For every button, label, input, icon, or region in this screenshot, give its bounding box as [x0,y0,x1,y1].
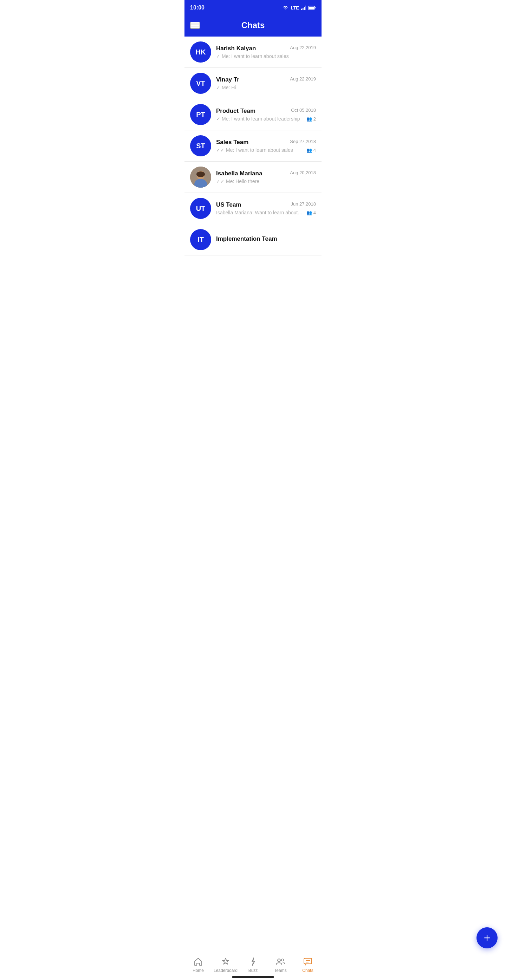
preview-text: Isabella Mariana: Want to learn about co… [216,210,304,215]
svg-rect-6 [309,7,314,9]
check-icon: ✓ [216,85,220,90]
group-count: 4 [313,148,316,153]
chat-top-row: Sales Team Sep 27,2018 [216,139,316,146]
chat-name: US Team [216,201,242,208]
chat-top-row: Product Team Oct 05,2018 [216,108,316,115]
avatar-us-team: UT [190,198,211,219]
preview-text: Me: I want to learn about sales [226,147,293,153]
svg-point-11 [196,172,205,177]
check-icon: ✓ [216,116,220,122]
chat-content-vinay-tr: Vinay Tr Aug 22,2019 ✓ Me: Hi [216,76,316,90]
avatar-implementation-team: IT [190,229,211,250]
chat-top-row: Implementation Team [216,235,316,242]
chat-item-us-team[interactable]: UT US Team Jun 27,2018 Isabella Mariana:… [185,193,321,224]
chat-preview: Isabella Mariana: Want to learn about co… [216,210,304,215]
chat-bottom-row: ✓ Me: Hi [216,85,316,90]
svg-rect-2 [304,7,305,10]
chat-name: Sales Team [216,139,248,146]
group-icon: 👥 [306,148,312,153]
avatar-vinay-tr: VT [190,73,211,94]
chat-top-row: Harish Kalyan Aug 22,2019 [216,45,316,52]
preview-text: Me: I want to learn about sales [222,53,289,59]
status-icons: LTE [282,5,316,11]
preview-text: Me: Hi [222,85,236,90]
chat-name: Product Team [216,108,255,115]
chat-preview: ✓✓ Me: I want to learn about sales [216,147,304,153]
chat-bottom-row: ✓✓ Me: I want to learn about sales 👥 4 [216,147,316,153]
chat-bottom-row: Isabella Mariana: Want to learn about co… [216,210,316,215]
group-count: 4 [313,210,316,215]
chat-bottom-row: ✓ Me: I want to learn about sales [216,53,316,59]
battery-icon [308,5,316,10]
hamburger-line-1 [191,22,199,23]
hamburger-line-2 [191,25,199,25]
chat-name: Implementation Team [216,235,277,242]
chat-preview: ✓ Me: I want to learn about sales [216,53,316,59]
signal-icon [301,5,306,10]
chat-date: Aug 22,2019 [290,76,316,81]
avatar-photo-isabella [190,167,211,188]
group-icon: 👥 [306,210,312,215]
chat-content-isabella-mariana: Isabella Mariana Aug 20,2018 ✓✓ Me: Hell… [216,170,316,184]
lte-indicator: LTE [291,5,299,11]
chat-top-row: Isabella Mariana Aug 20,2018 [216,170,316,177]
chat-item-vinay-tr[interactable]: VT Vinay Tr Aug 22,2019 ✓ Me: Hi [185,68,321,99]
chat-top-row: Vinay Tr Aug 22,2019 [216,76,316,83]
double-check-icon: ✓✓ [216,147,224,153]
chat-meta: 👥 2 [306,116,316,122]
chat-item-isabella-mariana[interactable]: Isabella Mariana Aug 20,2018 ✓✓ Me: Hell… [185,162,321,193]
chat-content-sales-team: Sales Team Sep 27,2018 ✓✓ Me: I want to … [216,139,316,153]
page-title: Chats [242,21,265,30]
chat-item-product-team[interactable]: PT Product Team Oct 05,2018 ✓ Me: I want… [185,99,321,130]
chat-content-us-team: US Team Jun 27,2018 Isabella Mariana: Wa… [216,201,316,215]
preview-text: Me: Hello there [226,178,259,184]
chat-date: Aug 22,2019 [290,45,316,50]
double-check-icon: ✓✓ [216,178,224,184]
chat-name: Isabella Mariana [216,170,262,177]
chat-preview: ✓✓ Me: Hello there [216,178,316,184]
avatar-isabella-mariana [190,167,211,188]
status-bar: 10:00 LTE [185,0,321,16]
chat-content-harish-kalyan: Harish Kalyan Aug 22,2019 ✓ Me: I want t… [216,45,316,59]
chat-bottom-row: ✓ Me: I want to learn about leadership 👥… [216,116,316,122]
svg-rect-0 [301,9,302,10]
chat-content-implementation-team: Implementation Team [216,235,316,244]
chat-date: Jun 27,2018 [291,201,316,207]
chat-content-product-team: Product Team Oct 05,2018 ✓ Me: I want to… [216,108,316,122]
svg-rect-1 [302,8,304,10]
hamburger-line-3 [191,27,199,28]
avatar-product-team: PT [190,104,211,125]
chat-list: HK Harish Kalyan Aug 22,2019 ✓ Me: I wan… [185,37,321,255]
chat-preview: ✓ Me: Hi [216,85,316,90]
chat-item-harish-kalyan[interactable]: HK Harish Kalyan Aug 22,2019 ✓ Me: I wan… [185,37,321,68]
chat-preview: ✓ Me: I want to learn about leadership [216,116,304,122]
menu-button[interactable] [190,22,200,29]
group-count: 2 [313,116,316,122]
chat-meta: 👥 4 [306,148,316,153]
chat-date: Aug 20,2018 [290,170,316,175]
svg-rect-5 [315,7,315,8]
chat-meta: 👥 4 [306,210,316,215]
chat-bottom-row: ✓✓ Me: Hello there [216,178,316,184]
chat-date: Sep 27,2018 [290,139,316,144]
chat-date: Oct 05,2018 [291,108,316,113]
avatar-sales-team: ST [190,135,211,156]
check-icon: ✓ [216,53,220,59]
chat-item-implementation-team[interactable]: IT Implementation Team [185,224,321,255]
chat-name: Harish Kalyan [216,45,256,52]
preview-text: Me: I want to learn about leadership [222,116,300,122]
status-time: 10:00 [190,5,205,11]
svg-rect-3 [306,6,306,10]
chat-top-row: US Team Jun 27,2018 [216,201,316,208]
chat-name: Vinay Tr [216,76,239,83]
wifi-icon [282,5,288,10]
group-icon: 👥 [306,116,312,122]
header: Chats [185,16,321,37]
avatar-harish-kalyan: HK [190,41,211,62]
chat-item-sales-team[interactable]: ST Sales Team Sep 27,2018 ✓✓ Me: I want … [185,130,321,162]
